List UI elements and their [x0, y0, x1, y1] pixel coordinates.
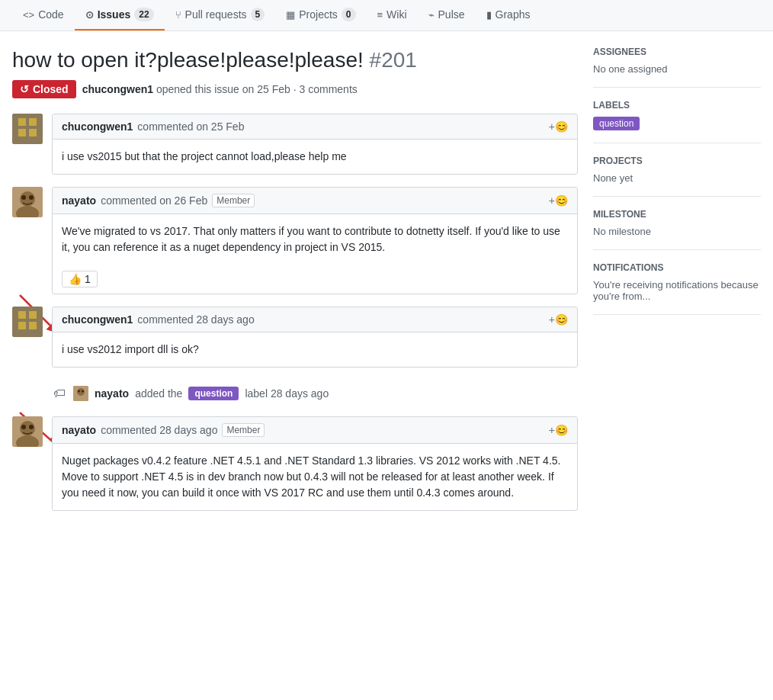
- comment-text: i use vs2015 but that the project cannot…: [62, 150, 347, 162]
- svg-rect-2: [29, 118, 37, 126]
- comment-author[interactable]: chucongwen1: [62, 313, 133, 326]
- comment-text: i use vs2012 import dll is ok?: [62, 343, 199, 355]
- comment-body: Nuget packages v0.4.2 feature .NET 4.5.1…: [53, 444, 577, 510]
- projects-icon: ▦: [286, 9, 295, 21]
- event-row: 🏷 nayato added the question label 28 day…: [52, 380, 578, 407]
- svg-rect-1: [18, 118, 26, 126]
- comment-header: chucongwen1 commented on 25 Feb +😊: [53, 114, 577, 140]
- svg-point-26: [21, 425, 26, 429]
- comment-body: i use vs2015 but that the project cannot…: [53, 140, 577, 174]
- sidebar-milestone-value: No milestone: [593, 226, 761, 237]
- event-suffix: label 28 days ago: [245, 387, 329, 400]
- comment-header-left: nayato commented on 26 Feb Member: [62, 194, 255, 207]
- comment-body: i use vs2012 import dll is ok?: [53, 332, 577, 367]
- add-reaction-button[interactable]: +😊: [549, 194, 568, 207]
- comment-wrapper: chucongwen1 commented on 25 Feb +😊 i use…: [12, 114, 578, 175]
- tab-pulse[interactable]: ⌁ Pulse: [418, 1, 476, 30]
- event-action: added the: [135, 387, 182, 400]
- issue-meta-text: chucongwen1 opened this issue on 25 Feb …: [82, 83, 358, 95]
- event-actor-name[interactable]: nayato: [95, 387, 129, 400]
- comment-box: nayato commented 28 days ago Member +😊 N…: [52, 416, 578, 511]
- sidebar-projects-value: None yet: [593, 172, 761, 184]
- comment-actions: +😊: [549, 120, 568, 133]
- main-content: how to open it?please!please!please! #20…: [12, 47, 578, 523]
- member-badge: Member: [222, 423, 265, 437]
- comment-wrapper: nayato commented 28 days ago Member +😊 N…: [12, 416, 578, 511]
- status-text: Closed: [33, 83, 69, 95]
- comment-date: commented on 26 Feb: [101, 194, 207, 207]
- tab-projects[interactable]: ▦ Projects 0: [275, 0, 366, 31]
- issue-comments-count: 3 comments: [300, 83, 358, 95]
- tab-issues-label: Issues: [98, 8, 131, 21]
- graphs-icon: ▮: [486, 9, 492, 21]
- tab-pull-requests[interactable]: ⑂ Pull requests 5: [165, 0, 276, 31]
- comment-date: commented 28 days ago: [101, 424, 217, 436]
- issue-title-text: how to open it?please!please!please!: [12, 48, 364, 72]
- comment-body: We've migrated to vs 2017. That only mat…: [53, 214, 577, 265]
- comment-header: chucongwen1 commented 28 days ago +😊: [53, 307, 577, 332]
- svg-point-8: [21, 195, 26, 200]
- comment-actions: +😊: [549, 313, 568, 326]
- thumbsup-count: 1: [85, 273, 91, 285]
- tab-issues[interactable]: ⊙ Issues 22: [75, 0, 165, 31]
- comment-box: chucongwen1 commented on 25 Feb +😊 i use…: [52, 114, 578, 175]
- tab-graphs[interactable]: ▮ Graphs: [476, 1, 541, 30]
- svg-point-9: [29, 195, 34, 200]
- comment-header: nayato commented on 26 Feb Member +😊: [53, 188, 577, 214]
- issue-opened-date: 25 Feb: [257, 83, 290, 95]
- event-actor-avatar: [73, 386, 88, 401]
- tab-wiki[interactable]: ≡ Wiki: [367, 1, 418, 30]
- sidebar-projects-heading: Projects: [593, 156, 761, 166]
- sidebar-notifications-value: You're receiving notifications because y…: [593, 279, 761, 302]
- tab-graphs-label: Graphs: [496, 8, 531, 21]
- comment-actions: +😊: [549, 424, 568, 436]
- sidebar-notifications: Notifications You're receiving notificat…: [593, 250, 761, 315]
- sidebar-milestone-heading: Milestone: [593, 209, 761, 220]
- tab-code[interactable]: <> Code: [12, 1, 75, 30]
- comment-text: We've migrated to vs 2017. That only mat…: [62, 225, 560, 253]
- svg-rect-15: [18, 322, 26, 329]
- sidebar-assignees-heading: Assignees: [593, 47, 761, 57]
- issue-author-link[interactable]: chucongwen1: [82, 83, 153, 95]
- svg-point-20: [82, 390, 84, 393]
- comment-header-left: nayato commented 28 days ago Member: [62, 423, 265, 437]
- svg-point-19: [78, 390, 80, 393]
- comment-author[interactable]: nayato: [62, 194, 96, 207]
- tab-code-label: Code: [38, 8, 63, 21]
- wiki-icon: ≡: [377, 9, 383, 21]
- issue-number: #201: [370, 48, 417, 72]
- sidebar: Assignees No one assigned Labels questio…: [593, 47, 761, 523]
- pull-requests-icon: ⑂: [175, 9, 181, 21]
- closed-badge: ↺ Closed: [12, 80, 76, 98]
- sidebar-label-pill[interactable]: question: [593, 117, 640, 130]
- issues-badge: 22: [134, 8, 153, 21]
- thumbsup-icon: 👍: [69, 273, 82, 285]
- comment-author[interactable]: nayato: [62, 424, 96, 436]
- avatar: [12, 307, 43, 337]
- tab-pulse-label: Pulse: [438, 8, 465, 21]
- svg-rect-16: [29, 322, 37, 329]
- comment-wrapper: nayato commented on 26 Feb Member +😊 We'…: [12, 187, 578, 294]
- tag-icon: 🏷: [52, 386, 67, 401]
- svg-rect-3: [18, 129, 26, 136]
- thumbsup-reaction[interactable]: 👍 1: [62, 271, 98, 287]
- svg-rect-14: [29, 311, 37, 319]
- sidebar-notifications-heading: Notifications: [593, 262, 761, 273]
- nav-tabs: <> Code ⊙ Issues 22 ⑂ Pull requests 5 ▦ …: [0, 0, 773, 31]
- add-reaction-button[interactable]: +😊: [549, 424, 568, 436]
- svg-point-27: [29, 425, 34, 429]
- avatar: [12, 114, 43, 144]
- add-reaction-button[interactable]: +😊: [549, 313, 568, 326]
- add-reaction-button[interactable]: +😊: [549, 120, 568, 133]
- avatar: [12, 187, 43, 217]
- tab-pull-requests-label: Pull requests: [185, 8, 247, 21]
- tab-projects-label: Projects: [299, 8, 338, 21]
- comment-wrapper: chucongwen1 commented 28 days ago +😊 i u…: [12, 307, 578, 368]
- comment-author[interactable]: chucongwen1: [62, 120, 133, 133]
- tab-wiki-label: Wiki: [386, 8, 406, 21]
- comment-header: nayato commented 28 days ago Member +😊: [53, 417, 577, 444]
- issues-icon: ⊙: [85, 9, 94, 21]
- sidebar-projects: Projects None yet: [593, 143, 761, 197]
- comment-actions: +😊: [549, 194, 568, 207]
- sidebar-assignees: Assignees No one assigned: [593, 47, 761, 88]
